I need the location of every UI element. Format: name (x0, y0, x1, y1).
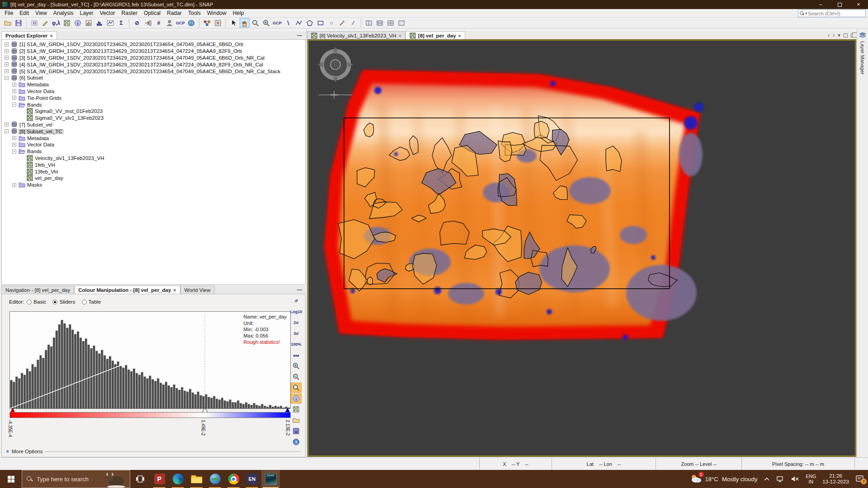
measure-tool-icon[interactable]: ∕ (348, 18, 358, 28)
network-icon[interactable] (776, 475, 784, 483)
tree-expander[interactable]: + (5, 56, 9, 60)
tree-expander[interactable]: + (12, 96, 16, 100)
rough-statistics-warning[interactable]: Rough statistics! (244, 339, 287, 345)
sigma-icon[interactable]: Σ (116, 18, 126, 28)
scroll-left-icon[interactable]: ‹ (828, 32, 830, 38)
menu-tools[interactable]: Tools (185, 9, 204, 17)
pan-tool-icon[interactable] (240, 18, 250, 28)
taskbar-app-persepolis[interactable]: P (150, 470, 169, 488)
polygon-tool-icon[interactable] (305, 18, 315, 28)
geo-coding-icon[interactable]: φ,λ (51, 18, 61, 28)
zoom-in-vertical-icon[interactable] (291, 361, 302, 371)
palette-grid-icon[interactable] (291, 404, 302, 414)
tree-expander[interactable]: + (12, 89, 16, 93)
distribute-sliders-icon[interactable]: ▴▴▴ (291, 350, 302, 360)
tab-list-icon[interactable]: ▾ (838, 32, 840, 38)
taskbar-app-explorer[interactable] (187, 470, 206, 488)
single-pane-icon[interactable] (396, 18, 406, 28)
tree-expander[interactable]: − (12, 150, 16, 154)
minimize-panel-button[interactable]: — (297, 33, 302, 38)
menu-view[interactable]: View (32, 9, 50, 17)
zoom-horizontal-icon[interactable] (291, 383, 302, 393)
clock[interactable]: 21:26 13-12-2023 (822, 473, 849, 485)
tree-expander[interactable]: + (12, 143, 16, 147)
tree-item-label[interactable]: [5] S1A_IW_GRDH_1SDV_20230201T234629_202… (18, 69, 282, 74)
tree-item-label[interactable]: [3] S1A_IW_GRDH_1SDV_20230201T234629_202… (18, 55, 266, 61)
weather-widget[interactable]: 1 18°C Mostly cloudy (690, 474, 758, 484)
profile-plot-icon[interactable] (105, 18, 115, 28)
spatial-subset-icon[interactable] (29, 18, 39, 28)
band-select-icon[interactable] (62, 18, 72, 28)
more-options-row[interactable]: « More Options (6, 448, 301, 455)
tab-colour-manipulation[interactable]: Colour Manipulation - [8] vel_per_day× (74, 286, 180, 294)
reprojection-icon[interactable] (40, 18, 50, 28)
start-button[interactable] (0, 470, 22, 488)
viewer-tab-vel-per-day[interactable]: [8] vel_per_day× (406, 31, 465, 39)
tree-item-label[interactable]: [8] Subset_vel_TC (18, 129, 64, 134)
gcp-label-icon[interactable]: GCP (175, 18, 185, 28)
minimize-panel-button[interactable]: — (297, 287, 302, 292)
menu-radar[interactable]: Radar (164, 9, 185, 17)
menu-vector[interactable]: Vector (97, 9, 118, 17)
radio-basic[interactable] (27, 300, 32, 305)
app-search-input[interactable] (808, 11, 864, 16)
stretch-2sigma-icon[interactable]: 2σ (291, 318, 302, 328)
zoom-tool-icon[interactable] (250, 18, 260, 28)
reset-palette-icon[interactable]: ↺ (291, 296, 302, 306)
tree-expander[interactable]: + (12, 183, 16, 187)
app-search-box[interactable]: ▾ (798, 9, 866, 17)
tab-product-explorer[interactable]: Product Explorer × (1, 31, 57, 39)
select-tool-icon[interactable] (229, 18, 239, 28)
tree-item-label[interactable]: Sigma0_VV_mst_01Feb2023 (33, 108, 104, 114)
tree-expander[interactable]: + (12, 136, 16, 140)
taskbar-search-box[interactable] (22, 470, 130, 488)
tree-expander[interactable]: − (5, 76, 9, 80)
tab-world-view[interactable]: World View (180, 286, 215, 294)
taskbar-search-input[interactable] (37, 476, 104, 483)
tree-item-label[interactable]: 1feb_VH (33, 162, 57, 168)
colour-gradient-bar[interactable] (9, 412, 291, 418)
tree-item-label[interactable]: Velocity_slv1_13Feb2023_VH (33, 155, 105, 161)
no-data-overlay-icon[interactable]: ⊘ (132, 18, 142, 28)
task-view-button[interactable] (130, 470, 150, 488)
tree-expander[interactable]: + (5, 49, 9, 53)
menu-layer[interactable]: Layer (77, 9, 97, 17)
tree-item-label[interactable]: [6] Subset (18, 75, 44, 80)
menu-analysis[interactable]: Analysis (50, 9, 77, 17)
tree-item-label[interactable]: [2] S1A_IW_GRDH_1SDV_20230213T234629_202… (18, 48, 243, 54)
magic-wand-icon[interactable] (337, 18, 347, 28)
radio-sliders[interactable] (52, 300, 57, 305)
tree-item-label[interactable]: vel_per_day (33, 175, 65, 181)
polyline-tool-icon[interactable] (294, 18, 304, 28)
tab-navigation[interactable]: Navigation - [8] vel_per_day (1, 286, 74, 294)
maximize-view-icon[interactable] (844, 33, 848, 38)
tree-expander[interactable]: + (5, 42, 9, 47)
tree-item-label[interactable]: Sigma0_VV_slv1_13Feb2023 (33, 115, 105, 121)
tree-item-label[interactable]: Bands (26, 149, 43, 154)
notification-center-button[interactable]: 7 (855, 475, 864, 483)
float-view-icon[interactable] (851, 33, 855, 38)
information-icon[interactable]: i (73, 18, 83, 28)
tree-item-label[interactable]: [7] Subset_vel (18, 122, 54, 127)
taskbar-app-edge[interactable] (169, 470, 187, 488)
close-button[interactable]: × (849, 0, 868, 9)
world-map-icon[interactable] (186, 18, 196, 28)
menu-window[interactable]: Window (204, 9, 230, 17)
show-hidden-icons-icon[interactable] (764, 477, 770, 481)
stretch-100pct-icon[interactable]: 100% (291, 339, 302, 349)
tree-item-label[interactable]: Masks (26, 182, 43, 188)
save-product-icon[interactable] (14, 18, 24, 28)
tree-item-label[interactable]: Vector Data (26, 142, 56, 147)
pixel-info-icon[interactable] (213, 18, 223, 28)
ellipse-tool-icon[interactable]: ○ (326, 18, 336, 28)
export-palette-icon[interactable] (291, 426, 302, 436)
taskbar-app-snap-globe[interactable] (206, 470, 224, 488)
log10-icon[interactable]: Log10 (291, 307, 302, 317)
menu-edit[interactable]: Edit (16, 9, 32, 17)
split-rows-icon[interactable] (375, 18, 385, 28)
menu-raster[interactable]: Raster (118, 9, 141, 17)
volume-muted-icon[interactable] (791, 475, 799, 483)
tree-item-label[interactable]: Tie-Point Grids (26, 95, 63, 101)
import-palette-icon[interactable] (291, 415, 302, 425)
zoom-plus-tool-icon[interactable] (261, 18, 271, 28)
